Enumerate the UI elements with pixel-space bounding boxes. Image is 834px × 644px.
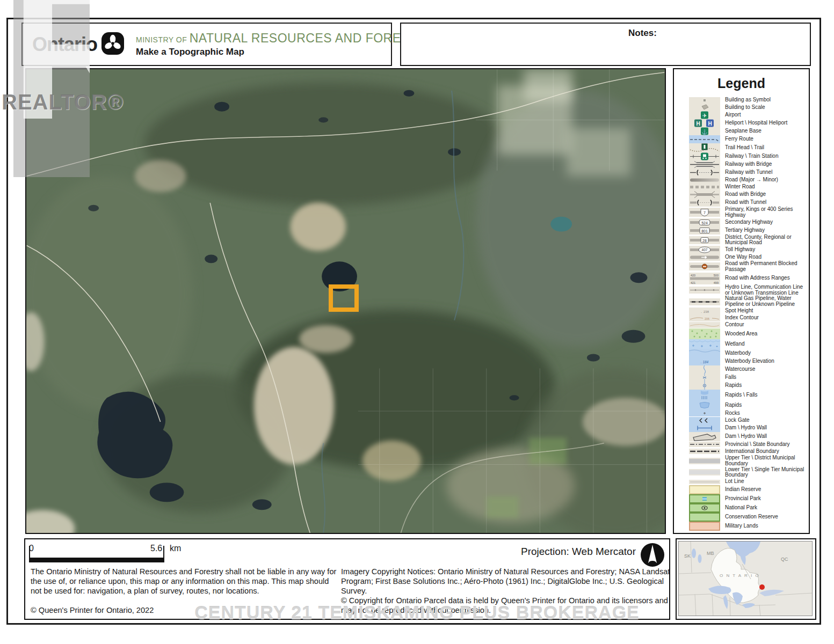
military-lands-icon (689, 522, 720, 531)
contour-icon (689, 322, 720, 328)
legend-item: Natural Gas Pipeline, Water Pipeline or … (689, 296, 809, 308)
svg-text:7: 7 (704, 211, 706, 215)
airport-icon: ✈ (689, 111, 720, 119)
legend-item: Rapids (689, 401, 809, 410)
svg-text:. 184: . 184 (701, 360, 709, 363)
queens-printer-copyright: © Queen's Printer for Ontario, 2022 (31, 606, 154, 614)
legend-item-label: Railway \ Train Station (725, 153, 809, 159)
indian-reserve-icon (689, 485, 720, 494)
legend-item-label: Upper Tier \ District Municipal Boundary (725, 455, 809, 467)
address-ranges-icon: 420500421499 (689, 273, 720, 284)
projection-label: Projection: Web Mercator (521, 546, 636, 558)
legend-item: Dam \ Hydro Wall (689, 432, 809, 441)
ontario-logo: Ontario (32, 32, 124, 57)
legend-list: Building as SymbolBuilding to Scale✈Airp… (674, 97, 809, 531)
legend-item: 420500421499Road with Address Ranges (689, 273, 809, 284)
rapids-icon (689, 382, 720, 390)
legend-item: Road (Major → Minor) (689, 177, 809, 184)
ferry-route-icon (689, 135, 720, 143)
legend-item-label: Indian Reserve (725, 487, 809, 493)
legend-item-label: Natural Gas Pipeline, Water Pipeline or … (725, 296, 809, 308)
legend-item-label: Rapids (725, 402, 809, 408)
legend-item: Building to Scale (689, 104, 809, 111)
svg-text:238: 238 (704, 310, 709, 313)
legend-item: Conservation Reserve (689, 513, 809, 522)
minimap-label-sk: SK (684, 553, 691, 559)
legend-item-label: Road with Tunnel (725, 200, 809, 206)
watercourse-icon (689, 365, 720, 374)
page-title: Make a Topographic Map (136, 47, 434, 57)
legend-item-label: Heliport \ Hospital Heliport (725, 120, 809, 126)
minimap-label-mb: MB (707, 551, 714, 556)
legend-item: . 184Waterbody Elevation (689, 357, 809, 365)
trail-head-icon (689, 143, 720, 152)
legend-item-label: Dam \ Hydro Wall (725, 425, 809, 431)
legend-item-label: Dam \ Hydro Wall (725, 434, 809, 440)
svg-text:✈: ✈ (702, 113, 707, 119)
wetland-icon (689, 339, 720, 349)
legend-item: National Park (689, 503, 809, 513)
svg-text:524: 524 (701, 221, 708, 224)
svg-text:H: H (708, 121, 712, 127)
rapids-falls-icon (689, 390, 720, 401)
scale-bar-line (29, 558, 164, 562)
legend-item-label: Road with Permanent Blocked Passage (725, 261, 809, 273)
waterbody-elevation-icon: . 184 (689, 357, 720, 365)
legend-title: Legend (674, 76, 809, 91)
legend-item-label: National Park (725, 505, 809, 511)
legend-item-label: International Boundary (725, 449, 809, 455)
national-park-icon (689, 503, 720, 513)
legend-item: Railway with Bridge (689, 160, 809, 169)
legend-item: Waterbody (689, 349, 809, 357)
heliport-icon: HH (689, 119, 720, 127)
seaplane-base-icon: ⚓ (689, 127, 720, 135)
svg-text:421: 421 (691, 281, 695, 284)
road-tunnel-icon (689, 199, 720, 207)
minimap-label-qc: QC (781, 557, 788, 562)
svg-text:499: 499 (714, 281, 719, 284)
legend-item-label: Provincial \ State Boundary (725, 442, 809, 448)
svg-text:.: . (701, 309, 702, 313)
scale-max-label: 5.6 (150, 544, 162, 553)
upper-tier-boundary-icon (689, 458, 720, 464)
building-symbol-icon (689, 97, 720, 104)
legend-item: Rapids (689, 382, 809, 390)
legend-item-label: Contour (725, 322, 809, 328)
provincial-park-icon (689, 494, 720, 503)
lock-gate-icon (689, 417, 720, 424)
legend-item-label: Building as Symbol (725, 97, 809, 103)
legend-item-label: Ferry Route (725, 136, 809, 142)
legend-item: Road with Tunnel (689, 199, 809, 207)
minimap-panel: SK MB QC O N T A R I O (676, 538, 816, 620)
svg-text:H: H (696, 121, 700, 127)
ministry-name: NATURAL RESOURCES AND FORESTRY (190, 31, 435, 45)
legend-item-label: Falls (725, 375, 809, 380)
legend-item: Lower Tier \ Single Tier Municipal Bound… (689, 467, 809, 479)
ministry-name-line: MINISTRY OF NATURAL RESOURCES AND FOREST… (136, 31, 434, 46)
waterbody-icon (689, 349, 720, 357)
legend-item: 7Primary, Kings or 400 Series Highway (689, 207, 809, 218)
spot-height-icon: .238 (689, 308, 720, 314)
legend-panel: Legend Building as SymbolBuilding to Sca… (673, 68, 810, 534)
road-major-minor-icon (689, 177, 720, 184)
parcel-copyright-text: © Copyright for Ontario Parcel data is h… (341, 596, 680, 616)
ministry-title-block: MINISTRY OF NATURAL RESOURCES AND FOREST… (136, 31, 434, 57)
svg-text:206: 206 (705, 317, 709, 320)
legend-item: Dam \ Hydro Wall (689, 424, 809, 432)
svg-text:420: 420 (691, 273, 695, 276)
svg-text:⚓: ⚓ (701, 129, 708, 135)
legend-item: 524Secondary Highway (689, 218, 809, 226)
legend-item: 801Tertiary Highway (689, 226, 809, 235)
legend-item-label: Toll Highway (725, 247, 809, 253)
svg-text:28: 28 (702, 238, 707, 242)
legend-item: Provincial \ State Boundary (689, 441, 809, 448)
legend-item-label: Watercourse (725, 367, 809, 372)
legend-item: Wetland (689, 339, 809, 349)
international-boundary-icon (689, 449, 720, 454)
north-arrow-icon (640, 543, 665, 569)
legend-item-label: Waterbody Elevation (725, 358, 809, 364)
building-scale-icon (689, 104, 720, 111)
imagery-copyright-text: Imagery Copyright Notices: Ontario Minis… (341, 567, 677, 596)
legend-item-label: Hydro Line, Communication Line or Unknow… (725, 284, 809, 296)
legend-item: ✈Airport (689, 111, 809, 119)
